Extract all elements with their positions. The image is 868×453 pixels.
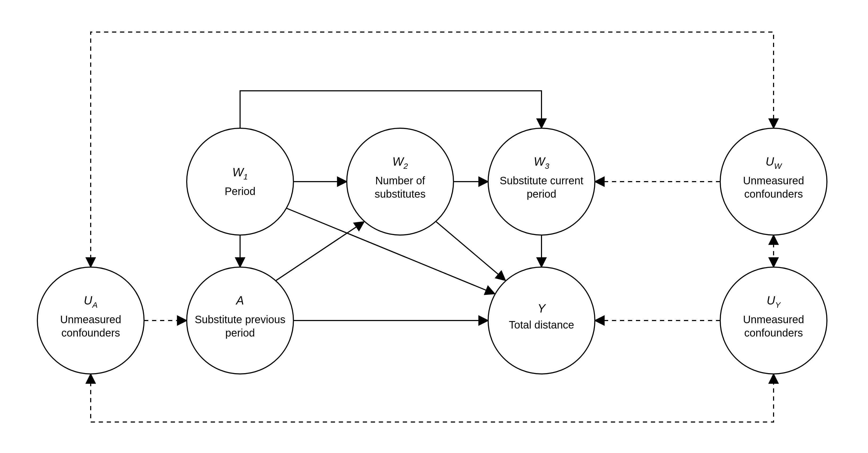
node-W1: W1 Period bbox=[187, 128, 293, 235]
svg-text:confounders: confounders bbox=[61, 327, 120, 339]
svg-text:Substitute previous: Substitute previous bbox=[195, 314, 285, 325]
svg-text:Number of: Number of bbox=[375, 175, 426, 187]
node-W3: W3 Substitute current period bbox=[488, 128, 595, 235]
edge-W1-W3 bbox=[240, 91, 541, 128]
dag-diagram: UA Unmeasured confounders A Substitute p… bbox=[0, 0, 868, 453]
svg-text:confounders: confounders bbox=[744, 188, 803, 200]
svg-text:A: A bbox=[235, 294, 244, 307]
node-A: A Substitute previous period bbox=[187, 267, 293, 374]
edge-W2-Y bbox=[436, 222, 505, 280]
node-UY: UY Unmeasured confounders bbox=[720, 267, 827, 374]
edge-A-W2 bbox=[276, 222, 364, 280]
node-Y: Y Total distance bbox=[488, 267, 595, 374]
edge-UA-UY bbox=[91, 374, 774, 422]
node-UW: UW Unmeasured confounders bbox=[720, 128, 827, 235]
svg-text:Period: Period bbox=[225, 186, 255, 197]
svg-text:Total distance: Total distance bbox=[509, 319, 574, 331]
node-W2: W2 Number of substitutes bbox=[347, 128, 454, 235]
svg-text:period: period bbox=[527, 188, 556, 200]
svg-point-8 bbox=[187, 128, 293, 235]
svg-text:substitutes: substitutes bbox=[374, 188, 426, 200]
svg-text:Unmeasured: Unmeasured bbox=[743, 314, 804, 325]
svg-text:Y: Y bbox=[537, 302, 546, 315]
svg-text:Substitute current: Substitute current bbox=[500, 175, 583, 187]
node-UA: UA Unmeasured confounders bbox=[37, 267, 144, 374]
svg-text:period: period bbox=[225, 327, 255, 339]
svg-text:confounders: confounders bbox=[744, 327, 803, 339]
svg-text:Unmeasured: Unmeasured bbox=[743, 175, 804, 187]
svg-text:Unmeasured: Unmeasured bbox=[60, 314, 121, 325]
